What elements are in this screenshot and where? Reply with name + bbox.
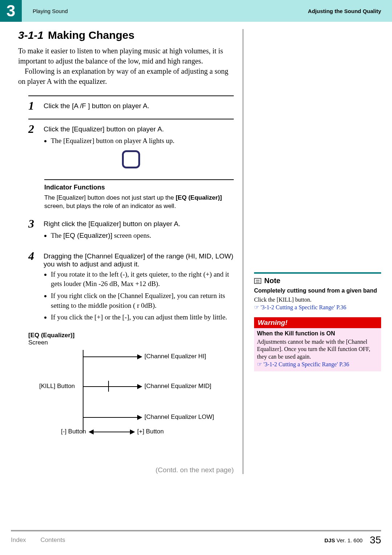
- side-column: Note Completely cutting sound from a giv…: [254, 29, 381, 474]
- chapter-badge: 3: [0, 0, 22, 22]
- step-title: Click the [Equalizer] button on player A…: [44, 123, 164, 133]
- intro-paragraph: To make it easier to listen to when play…: [18, 46, 234, 86]
- warning-subheading: When the Kill function is ON: [254, 328, 381, 338]
- step-number: 1: [28, 100, 38, 111]
- step-title: Right click the [Equalizer] button on pl…: [44, 218, 180, 228]
- section-number: 3-1-1: [18, 29, 44, 41]
- indicator-heading: Indicator Functions: [44, 184, 234, 191]
- side-divider: [254, 272, 381, 274]
- note-heading-row: Note: [254, 277, 381, 285]
- eq-screen-sublabel: Screen: [28, 339, 234, 346]
- footer-page-number: 35: [370, 534, 381, 546]
- step-sub-item: The [Equalizer] button on player A light…: [51, 136, 234, 146]
- step-sub-item: The [EQ (Equalizer)] screen opens.: [51, 231, 234, 241]
- section-title: Making Changes: [48, 29, 134, 41]
- diagram-label-ch-hi: [Channel Equalizer HI]: [144, 353, 206, 360]
- diagram-label-plus: [+] Button: [137, 428, 164, 435]
- intro-text-2: Following is an explanation by way of an…: [18, 67, 228, 85]
- eq-screen-label: [EQ (Equalizer)]: [28, 332, 234, 339]
- indicator-text: The [Equalizer] button does not just sta…: [44, 193, 234, 211]
- footer-contents-link[interactable]: Contents: [41, 536, 65, 544]
- step-number: 4: [28, 250, 38, 262]
- diagram-label-ch-low: [Channel Equalizer LOW]: [144, 413, 214, 421]
- diagram-label-ch-mid: [Channel Equalizer MID]: [144, 383, 211, 390]
- step-4: 4 Dragging the [Channel Equalizer] of th…: [28, 250, 234, 332]
- footer-bar: Index Contents DJS Ver. 1. 600 35: [11, 530, 381, 546]
- diagram-label-kill: [KILL] Button: [39, 383, 75, 390]
- diagram-label-minus: [-] Button: [61, 428, 86, 435]
- step-number: 3: [28, 218, 38, 229]
- breadcrumb-right: Adjusting the Sound Quality: [308, 8, 381, 14]
- continued-text: (Contd. on the next page): [28, 466, 234, 474]
- step-title: Dragging the [Channel Equalizer] of the …: [44, 250, 234, 268]
- step-title: Click the [A /F ] button on player A.: [44, 100, 150, 110]
- note-heading: Note: [264, 277, 280, 285]
- warning-heading: Warning!: [254, 317, 381, 328]
- eq-diagram: [Channel Equalizer HI] [KILL] Button [Ch…: [28, 350, 234, 452]
- step-sub-item: If you right click on the [Channel Equal…: [51, 291, 234, 310]
- warning-body: Adjustments cannot be made with the [Cha…: [254, 338, 381, 361]
- step-2: 2 Click the [Equalizer] button on player…: [28, 119, 234, 176]
- main-column: 3-1-1Making Changes To make it easier to…: [18, 29, 243, 474]
- breadcrumb-left: Playing Sound: [33, 8, 308, 14]
- top-banner: 3 Playing Sound Adjusting the Sound Qual…: [0, 0, 392, 22]
- note-link[interactable]: ☞ '3-1-2 Cutting a Specific Range' P.36: [254, 304, 381, 311]
- step-sub-item: If you rotate it to the left (-), it get…: [51, 270, 234, 289]
- note-subheading: Completely cutting sound from a given ba…: [254, 287, 381, 295]
- equalizer-button-icon: [122, 150, 140, 168]
- warning-link[interactable]: ☞ '3-1-2 Cutting a Specific Range' P.36: [254, 361, 381, 368]
- footer-index-link[interactable]: Index: [11, 536, 26, 544]
- step-1: 1 Click the [A /F ] button on player A.: [28, 95, 234, 119]
- step-sub-item: If you click the [+] or the [-], you can…: [51, 313, 234, 322]
- footer-version: DJS Ver. 1. 600: [324, 537, 363, 543]
- step-3: 3 Right click the [Equalizer] button on …: [28, 211, 234, 250]
- intro-text-1: To make it easier to listen to when play…: [18, 47, 223, 65]
- indicator-block: Indicator Functions The [Equalizer] butt…: [44, 179, 234, 211]
- section-heading: 3-1-1Making Changes: [18, 29, 234, 41]
- note-body: Click the [KILL] button.: [254, 296, 381, 304]
- note-icon: [254, 278, 261, 284]
- warning-box: Warning! When the Kill function is ON Ad…: [254, 317, 381, 371]
- step-number: 2: [28, 123, 38, 135]
